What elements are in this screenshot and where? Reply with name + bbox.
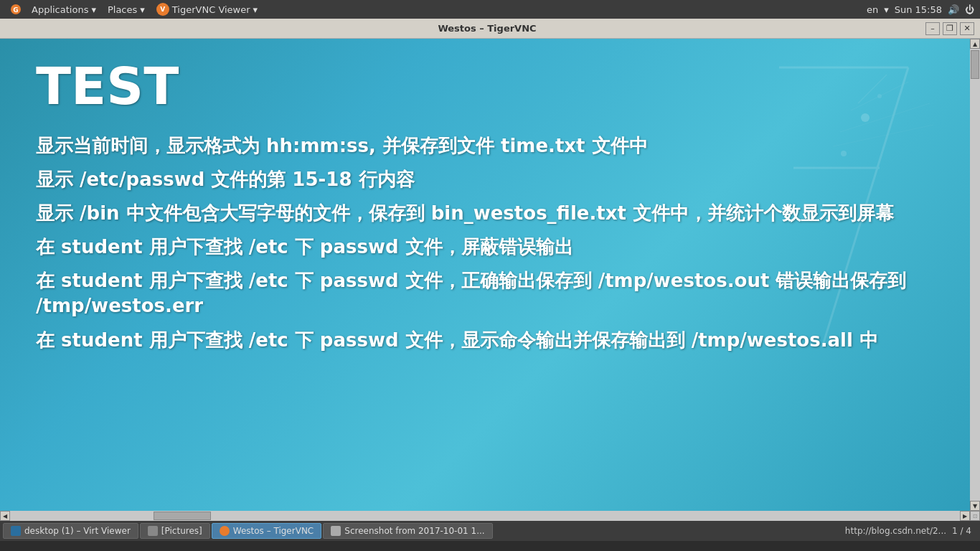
taskbar-icon-1 <box>148 526 158 536</box>
system-time: Sun 15:58 <box>895 4 942 15</box>
taskbar-url: http://blog.csdn.net/2... <box>845 526 946 536</box>
applications-arrow: ▾ <box>91 4 96 15</box>
vertical-scrollbar[interactable]: ▲ ▼ <box>970 39 980 511</box>
system-bar-right: en ▾ Sun 15:58 🔊 ⏻ <box>867 4 974 15</box>
taskbar: desktop (1) – Virt Viewer [Pictures] Wes… <box>0 521 980 541</box>
applications-menu[interactable]: Applications ▾ <box>26 0 102 19</box>
task-item-3: 在 student 用户下查找 /etc 下 passwd 文件，屏蔽错误输出 <box>36 235 944 260</box>
taskbar-item-2[interactable]: Westos – TigerVNC <box>212 523 322 539</box>
taskbar-item-0[interactable]: desktop (1) – Virt Viewer <box>3 523 138 539</box>
scroll-right-arrow[interactable]: ▶ <box>960 511 970 521</box>
scroll-left-arrow[interactable]: ◀ <box>0 511 10 521</box>
scroll-thumb-horizontal[interactable] <box>154 512 211 520</box>
svg-text:G: G <box>13 6 18 14</box>
power-icon[interactable]: ⏻ <box>965 4 974 15</box>
taskbar-icon-3 <box>331 526 341 536</box>
places-arrow: ▾ <box>140 4 145 15</box>
task-item-5: 在 student 用户下查找 /etc 下 passwd 文件，显示命令输出并… <box>36 328 944 353</box>
scroll-resize-grip: ⊡ <box>970 511 980 521</box>
lang-arrow: ▾ <box>884 4 889 15</box>
main-title: TEST <box>36 60 944 112</box>
taskbar-right: http://blog.csdn.net/2... 1 / 4 <box>845 526 977 536</box>
minimize-button[interactable]: – <box>925 22 940 35</box>
task-item-4: 在 student 用户下查找 /etc 下 passwd 文件，正确输出保存到… <box>36 268 944 319</box>
close-button[interactable]: ✕ <box>960 22 974 35</box>
content-area: TEST 显示当前时间，显示格式为 hh:mm:ss, 并保存到文件 time.… <box>36 60 944 353</box>
gnome-icon[interactable]: G <box>6 0 26 19</box>
window-title: Westos – TigerVNC <box>49 23 925 34</box>
vnc-content-area: TEST 显示当前时间，显示格式为 hh:mm:ss, 并保存到文件 time.… <box>0 39 980 511</box>
system-bar: G Applications ▾ Places ▾ V TigerVNC Vie… <box>0 0 980 19</box>
taskbar-item-3[interactable]: Screenshot from 2017-10-01 1... <box>323 523 492 539</box>
horizontal-scrollbar[interactable]: ◀ ▶ ⊡ <box>0 511 980 521</box>
scroll-down-arrow[interactable]: ▼ <box>970 501 980 511</box>
scroll-up-arrow[interactable]: ▲ <box>970 39 980 49</box>
vnc-icon: V <box>156 3 169 16</box>
taskbar-icon-2 <box>220 526 230 536</box>
scroll-thumb-vertical[interactable] <box>971 50 979 79</box>
scroll-track-horizontal[interactable] <box>10 511 960 521</box>
window-titlebar: Westos – TigerVNC – ❐ ✕ <box>0 19 980 39</box>
task-item-0: 显示当前时间，显示格式为 hh:mm:ss, 并保存到文件 time.txt 文… <box>36 133 944 159</box>
places-menu[interactable]: Places ▾ <box>102 0 151 19</box>
volume-icon[interactable]: 🔊 <box>948 4 959 15</box>
vnc-viewer-menu[interactable]: V TigerVNC Viewer ▾ <box>151 0 263 19</box>
task-item-1: 显示 /etc/passwd 文件的第 15-18 行内容 <box>36 167 944 192</box>
vnc-arrow: ▾ <box>253 4 258 15</box>
taskbar-icon-0 <box>11 526 21 536</box>
system-bar-left: G Applications ▾ Places ▾ V TigerVNC Vie… <box>6 0 263 19</box>
lang-selector[interactable]: en <box>867 4 878 15</box>
taskbar-page: 1 / 4 <box>952 526 971 536</box>
task-item-2: 显示 /bin 中文件包含大写字母的文件，保存到 bin_westos_file… <box>36 201 944 226</box>
window-controls: – ❐ ✕ <box>925 22 974 35</box>
restore-button[interactable]: ❐ <box>943 22 957 35</box>
taskbar-item-1[interactable]: [Pictures] <box>140 523 210 539</box>
